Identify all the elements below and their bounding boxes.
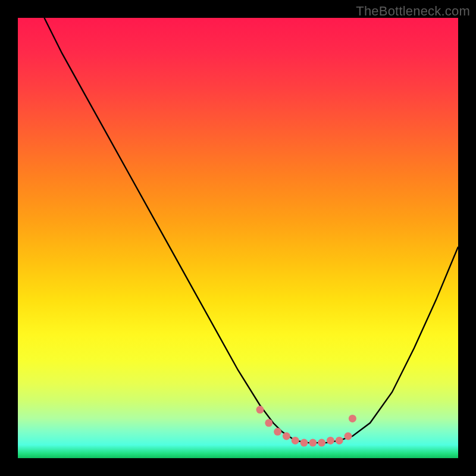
- curve-svg: [18, 18, 458, 458]
- marker-dot: [309, 439, 317, 447]
- marker-dot: [256, 406, 264, 414]
- marker-dot: [349, 415, 356, 422]
- marker-dot: [274, 428, 281, 436]
- plot-area: [18, 18, 458, 458]
- curve-line: [44, 18, 458, 443]
- marker-dot: [265, 419, 273, 427]
- chart-frame: TheBottleneck.com: [0, 0, 476, 476]
- marker-dot: [283, 433, 290, 440]
- marker-dot: [327, 437, 334, 444]
- marker-dots: [256, 406, 356, 447]
- marker-dot: [300, 439, 308, 447]
- marker-dot: [345, 433, 352, 440]
- marker-dot: [318, 439, 325, 447]
- marker-dot: [292, 437, 299, 444]
- marker-dot: [336, 437, 343, 444]
- watermark-text: TheBottleneck.com: [356, 4, 470, 19]
